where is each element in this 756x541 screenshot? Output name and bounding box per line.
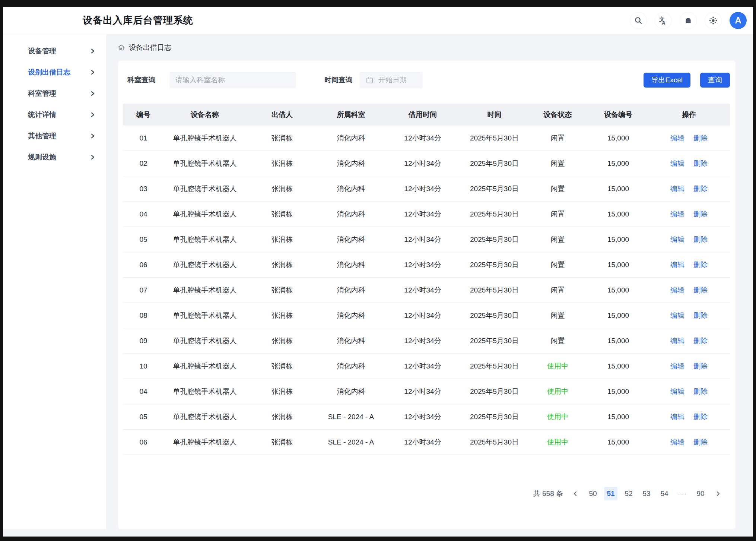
- window-frame: 设备出入库后台管理系统 文 A: [0, 0, 756, 541]
- table-row: 02 单孔腔镜手术机器人 张润栋 消化内科 12小时34分 2025年5月30日…: [123, 151, 730, 176]
- cell-date: 2025年5月30日: [462, 209, 527, 219]
- sidebar-item[interactable]: 设别出借日志: [3, 61, 106, 83]
- cell-device-code: 15,000: [588, 286, 648, 294]
- sidebar-item[interactable]: 规则设施: [3, 146, 106, 168]
- cell-lender: 张润栋: [246, 336, 318, 346]
- pagination-page[interactable]: 51: [604, 487, 617, 500]
- edit-link[interactable]: 编辑: [670, 209, 684, 219]
- user-avatar[interactable]: A: [730, 12, 747, 29]
- pagination-page[interactable]: 90: [694, 487, 707, 500]
- cell-department: 消化内科: [318, 133, 384, 143]
- delete-link[interactable]: 删除: [693, 311, 708, 320]
- cell-device-name: 单孔腔镜手术机器人: [164, 387, 246, 396]
- delete-link[interactable]: 删除: [693, 437, 708, 447]
- pagination-total: 共 658 条: [533, 489, 563, 499]
- cell-device-code: 15,000: [588, 185, 648, 193]
- cell-id: 07: [123, 286, 164, 294]
- edit-link[interactable]: 编辑: [670, 437, 684, 447]
- edit-link[interactable]: 编辑: [670, 412, 684, 422]
- filter-row: 科室查询 时间查询 开始日期: [127, 72, 730, 88]
- cell-operations: 编辑 删除: [648, 184, 730, 194]
- delete-link[interactable]: 删除: [693, 336, 708, 346]
- edit-link[interactable]: 编辑: [670, 361, 684, 371]
- delete-link[interactable]: 删除: [693, 209, 708, 219]
- translate-icon: 文 A: [658, 16, 668, 25]
- theme-button[interactable]: [705, 12, 722, 29]
- export-excel-button[interactable]: 导出Excel: [644, 73, 690, 88]
- delete-link[interactable]: 删除: [693, 387, 708, 396]
- cell-device-code: 15,000: [588, 413, 648, 421]
- cell-borrow-duration: 12小时34分: [384, 133, 462, 143]
- delete-link[interactable]: 删除: [693, 235, 708, 244]
- cell-device-code: 15,000: [588, 159, 648, 168]
- cell-date: 2025年5月30日: [462, 361, 527, 371]
- delete-link[interactable]: 删除: [693, 184, 708, 194]
- edit-link[interactable]: 编辑: [670, 184, 684, 194]
- pagination-prev-button[interactable]: [570, 487, 581, 500]
- cell-device-name: 单孔腔镜手术机器人: [164, 159, 246, 168]
- delete-link[interactable]: 删除: [693, 285, 708, 295]
- cell-lender: 张润栋: [246, 437, 318, 447]
- translate-button[interactable]: 文 A: [655, 12, 672, 29]
- chevron-left-icon: [573, 491, 578, 496]
- table-row: 06 单孔腔镜手术机器人 张润栋 消化内科 12小时34分 2025年5月30日…: [123, 252, 730, 278]
- sidebar-item[interactable]: 设备管理: [3, 40, 106, 61]
- column-header: 设备状态: [527, 110, 588, 120]
- sidebar-item[interactable]: 其他管理: [3, 125, 106, 146]
- cell-operations: 编辑 删除: [648, 159, 730, 168]
- pagination-page[interactable]: 52: [622, 487, 635, 500]
- chevron-right-icon: [90, 112, 95, 117]
- cell-lender: 张润栋: [246, 311, 318, 320]
- start-date-picker[interactable]: 开始日期: [359, 72, 423, 88]
- cell-borrow-duration: 12小时34分: [384, 285, 462, 295]
- pagination-page[interactable]: 54: [658, 487, 671, 500]
- cell-operations: 编辑 删除: [648, 260, 730, 270]
- edit-link[interactable]: 编辑: [670, 260, 684, 270]
- cell-lender: 张润栋: [246, 260, 318, 270]
- cell-device-code: 15,000: [588, 311, 648, 320]
- edit-link[interactable]: 编辑: [670, 159, 684, 168]
- cell-operations: 编辑 删除: [648, 209, 730, 219]
- filter-buttons: 导出Excel 查询: [644, 73, 730, 88]
- app-title: 设备出入库后台管理系统: [83, 14, 193, 27]
- sidebar-item[interactable]: 统计详情: [3, 104, 106, 125]
- cell-device-code: 15,000: [588, 362, 648, 370]
- delete-link[interactable]: 删除: [693, 159, 708, 168]
- cell-id: 03: [123, 185, 164, 193]
- edit-link[interactable]: 编辑: [670, 235, 684, 244]
- cell-borrow-duration: 12小时34分: [384, 260, 462, 270]
- pagination-page[interactable]: 50: [586, 487, 600, 500]
- query-button[interactable]: 查询: [700, 73, 730, 88]
- cell-date: 2025年5月30日: [462, 412, 527, 422]
- edit-link[interactable]: 编辑: [670, 311, 684, 320]
- pagination-next-button[interactable]: [712, 487, 724, 500]
- edit-link[interactable]: 编辑: [670, 285, 684, 295]
- delete-link[interactable]: 删除: [693, 260, 708, 270]
- delete-link[interactable]: 删除: [693, 361, 708, 371]
- cell-lender: 张润栋: [246, 184, 318, 194]
- chevron-right-icon: [90, 70, 95, 75]
- table-row: 05 单孔腔镜手术机器人 张润栋 SLE - 2024 - A 12小时34分 …: [123, 404, 730, 430]
- edit-link[interactable]: 编辑: [670, 336, 684, 346]
- cell-device-code: 15,000: [588, 210, 648, 218]
- device-log-table: 编号 设备名称 出借人 所属科室 借用时间 时间 设备状态 设备编号 操作 01…: [123, 104, 730, 455]
- delete-link[interactable]: 删除: [693, 133, 708, 143]
- edit-link[interactable]: 编辑: [670, 387, 684, 396]
- delete-link[interactable]: 删除: [693, 412, 708, 422]
- cell-department: SLE - 2024 - A: [318, 413, 384, 421]
- search-button[interactable]: [630, 12, 647, 29]
- edit-link[interactable]: 编辑: [670, 133, 684, 143]
- cell-device-code: 15,000: [588, 134, 648, 142]
- cell-date: 2025年5月30日: [462, 184, 527, 194]
- sidebar-item[interactable]: 科室管理: [3, 83, 106, 104]
- dept-search-input[interactable]: [169, 72, 296, 88]
- notification-icon: [684, 16, 693, 25]
- table-body: 01 单孔腔镜手术机器人 张润栋 消化内科 12小时34分 2025年5月30日…: [123, 126, 730, 455]
- cell-department: 消化内科: [318, 159, 384, 168]
- pagination-page[interactable]: 53: [640, 487, 653, 500]
- cell-department: 消化内科: [318, 260, 384, 270]
- cell-lender: 张润栋: [246, 412, 318, 422]
- column-header: 出借人: [246, 110, 318, 120]
- notification-button[interactable]: [680, 12, 697, 29]
- cell-department: 消化内科: [318, 235, 384, 244]
